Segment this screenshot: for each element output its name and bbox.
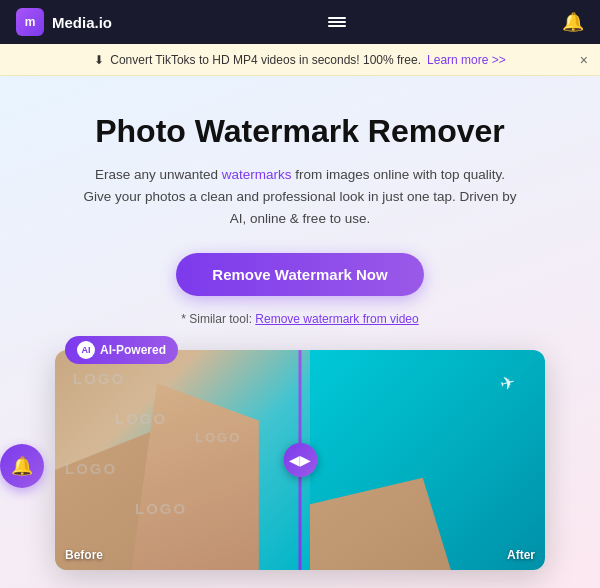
airplane-icon: ✈ <box>497 371 517 396</box>
navbar: m Media.io 🔔 <box>0 0 600 44</box>
logo-icon: m <box>16 8 44 36</box>
after-side: ✈ <box>310 350 545 570</box>
hamburger-line-1 <box>328 17 346 19</box>
divider-line: ◀▶ <box>299 350 302 570</box>
hamburger-line-2 <box>328 21 346 23</box>
before-side: LOGO LOGO LOGO LOGO LOGO <box>55 350 310 570</box>
notification-bell[interactable]: 🔔 <box>562 11 584 33</box>
ai-icon: AI <box>77 341 95 359</box>
ai-badge-text: AI-Powered <box>100 343 166 357</box>
after-shape <box>310 438 451 570</box>
watermark-3: LOGO <box>65 460 117 477</box>
side-notification-button[interactable]: 🔔 <box>0 444 44 488</box>
hamburger-menu[interactable] <box>328 17 346 27</box>
preview-wrapper: AI AI-Powered LOGO LOGO LOGO LOGO LOGO ✈ <box>55 350 545 570</box>
divider-handle[interactable]: ◀▶ <box>283 443 317 477</box>
similar-tool-link[interactable]: Remove watermark from video <box>255 312 418 326</box>
logo[interactable]: m Media.io <box>16 8 112 36</box>
banner-icon: ⬇ <box>94 53 104 67</box>
banner-text: Convert TikToks to HD MP4 videos in seco… <box>110 53 421 67</box>
after-label: After <box>507 548 535 562</box>
watermark-4: LOGO <box>135 500 187 517</box>
page-title: Photo Watermark Remover <box>95 112 505 150</box>
watermark-1: LOGO <box>73 370 125 387</box>
hamburger-line-3 <box>328 25 346 27</box>
logo-text: Media.io <box>52 14 112 31</box>
watermark-5: LOGO <box>195 430 241 445</box>
side-bell-icon: 🔔 <box>11 455 33 477</box>
similar-tool-prefix: * Similar tool: <box>181 312 252 326</box>
remove-watermark-button[interactable]: Remove Watermark Now <box>176 253 423 296</box>
watermark-2: LOGO <box>115 410 167 427</box>
promo-banner: ⬇ Convert TikToks to HD MP4 videos in se… <box>0 44 600 76</box>
hero-subtitle: Erase any unwanted watermarks from image… <box>80 164 520 229</box>
banner-link[interactable]: Learn more >> <box>427 53 506 67</box>
banner-close-button[interactable]: × <box>580 52 588 68</box>
ai-powered-badge: AI AI-Powered <box>65 336 178 364</box>
main-content: Photo Watermark Remover Erase any unwant… <box>0 76 600 588</box>
before-label: Before <box>65 548 103 562</box>
before-after-preview: LOGO LOGO LOGO LOGO LOGO ✈ ◀▶ Before Aft… <box>55 350 545 570</box>
similar-tool-text: * Similar tool: Remove watermark from vi… <box>181 312 418 326</box>
